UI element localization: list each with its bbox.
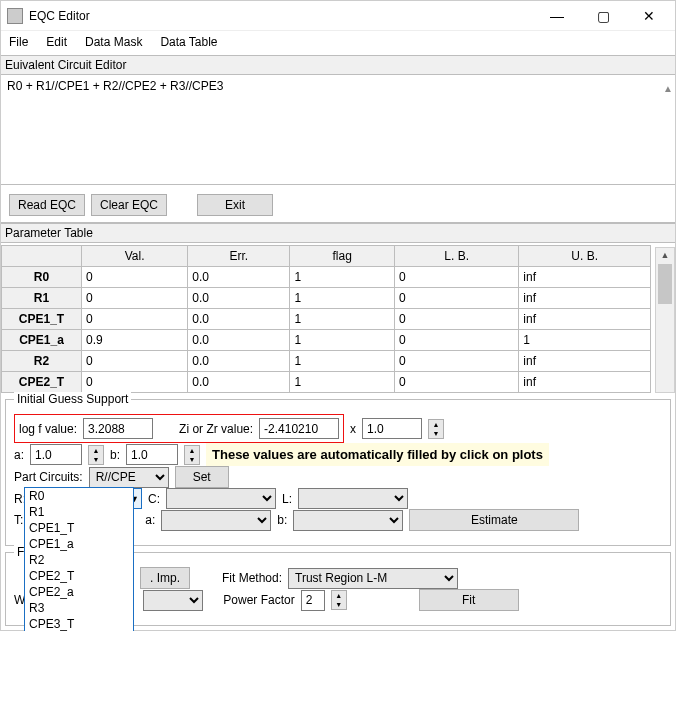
fitting-group: Fittin . Imp. Fit Method: Trust Region L…	[5, 552, 671, 626]
dropdown-option[interactable]: CPE1_a	[25, 536, 133, 552]
dropdown-option[interactable]: CPE1_T	[25, 520, 133, 536]
a-spinner[interactable]: ▲▼	[88, 445, 104, 465]
cell-flag[interactable]: 1	[290, 309, 395, 330]
set-button[interactable]: Set	[175, 466, 229, 488]
cell-lb[interactable]: 0	[395, 330, 519, 351]
cell-val[interactable]: 0	[82, 351, 188, 372]
power-factor-input[interactable]	[301, 590, 325, 611]
estimate-button[interactable]: Estimate	[409, 509, 579, 531]
col-lb: L. B.	[395, 246, 519, 267]
dropdown-option[interactable]: R2	[25, 552, 133, 568]
b-label: b:	[110, 448, 120, 462]
param-scrollbar[interactable]: ▲	[655, 247, 675, 393]
zizr-input[interactable]	[259, 418, 339, 439]
cell-flag[interactable]: 1	[290, 351, 395, 372]
fit-button[interactable]: Fit	[419, 589, 519, 611]
eqc-expression-input[interactable]: R0 + R1//CPE1 + R2//CPE2 + R3//CPE3	[1, 75, 675, 185]
scroll-up-icon[interactable]: ▲	[663, 83, 673, 94]
cell-lb[interactable]: 0	[395, 351, 519, 372]
dropdown-option[interactable]: R3	[25, 600, 133, 616]
menu-data-mask[interactable]: Data Mask	[85, 35, 142, 49]
table-row[interactable]: CPE1_a0.90.0101	[2, 330, 651, 351]
cell-ub[interactable]: inf	[519, 372, 651, 393]
cell-err[interactable]: 0.0	[188, 309, 290, 330]
cell-flag[interactable]: 1	[290, 330, 395, 351]
b-input[interactable]	[126, 444, 178, 465]
table-row[interactable]: CPE1_T00.010inf	[2, 309, 651, 330]
cell-val[interactable]: 0	[82, 309, 188, 330]
a2-select[interactable]	[161, 510, 271, 531]
menu-data-table[interactable]: Data Table	[160, 35, 217, 49]
menu-edit[interactable]: Edit	[46, 35, 67, 49]
b2-select[interactable]	[293, 510, 403, 531]
cell-val[interactable]: 0.9	[82, 330, 188, 351]
cell-flag[interactable]: 1	[290, 288, 395, 309]
x-spinner[interactable]: ▲▼	[428, 419, 444, 439]
param-section-label: Parameter Table	[1, 223, 675, 243]
cell-err[interactable]: 0.0	[188, 267, 290, 288]
col-ub: U. B.	[519, 246, 651, 267]
clear-eqc-button[interactable]: Clear EQC	[91, 194, 167, 216]
a-input[interactable]	[30, 444, 82, 465]
minimize-button[interactable]: —	[543, 5, 571, 27]
menu-file[interactable]: File	[9, 35, 28, 49]
fit-method-select[interactable]: Trust Region L-M	[288, 568, 458, 589]
scroll-thumb[interactable]	[658, 264, 672, 304]
w-select[interactable]	[143, 590, 203, 611]
table-row[interactable]: R100.010inf	[2, 288, 651, 309]
cell-val[interactable]: 0	[82, 267, 188, 288]
cell-val[interactable]: 0	[82, 372, 188, 393]
pf-spinner[interactable]: ▲▼	[331, 590, 347, 610]
cell-ub[interactable]: 1	[519, 330, 651, 351]
c-select[interactable]	[166, 488, 276, 509]
dropdown-option[interactable]: R1	[25, 504, 133, 520]
logf-label: log f value:	[19, 422, 77, 436]
b-spinner[interactable]: ▲▼	[184, 445, 200, 465]
x-input[interactable]	[362, 418, 422, 439]
col-flag: flag	[290, 246, 395, 267]
x-label: x	[350, 422, 356, 436]
part-circuits-select[interactable]: R//CPE	[89, 467, 169, 488]
cell-err[interactable]: 0.0	[188, 372, 290, 393]
l-select[interactable]	[298, 488, 408, 509]
cell-ub[interactable]: inf	[519, 267, 651, 288]
dropdown-option[interactable]: R0	[25, 488, 133, 504]
table-row[interactable]: CPE2_T00.010inf	[2, 372, 651, 393]
app-icon	[7, 8, 23, 24]
scroll-up-icon[interactable]: ▲	[656, 248, 674, 262]
cell-ub[interactable]: inf	[519, 351, 651, 372]
row-name: CPE1_T	[2, 309, 82, 330]
maximize-button[interactable]: ▢	[589, 5, 617, 27]
dropdown-option[interactable]: CPE3_T	[25, 616, 133, 631]
cell-ub[interactable]: inf	[519, 309, 651, 330]
col-err: Err.	[188, 246, 290, 267]
annotation-text: These values are automatically filled by…	[206, 443, 549, 466]
cell-val[interactable]: 0	[82, 288, 188, 309]
guess-group-title: Initial Guess Support	[14, 392, 131, 406]
c-label: C:	[148, 492, 160, 506]
a-label: a:	[14, 448, 24, 462]
cell-err[interactable]: 0.0	[188, 288, 290, 309]
cell-lb[interactable]: 0	[395, 288, 519, 309]
parameter-table: Val. Err. flag L. B. U. B. R000.010infR1…	[1, 245, 651, 393]
table-row[interactable]: R000.010inf	[2, 267, 651, 288]
cell-ub[interactable]: inf	[519, 288, 651, 309]
dropdown-option[interactable]: CPE2_a	[25, 584, 133, 600]
cell-flag[interactable]: 1	[290, 372, 395, 393]
r-select-dropdown[interactable]: R0R1CPE1_TCPE1_aR2CPE2_TCPE2_aR3CPE3_TCP…	[24, 487, 134, 631]
dropdown-option[interactable]: CPE2_T	[25, 568, 133, 584]
cell-err[interactable]: 0.0	[188, 330, 290, 351]
cell-lb[interactable]: 0	[395, 267, 519, 288]
exit-button[interactable]: Exit	[197, 194, 273, 216]
cell-flag[interactable]: 1	[290, 267, 395, 288]
imp-button[interactable]: . Imp.	[140, 567, 190, 589]
row-name: R1	[2, 288, 82, 309]
col-blank	[2, 246, 82, 267]
cell-lb[interactable]: 0	[395, 309, 519, 330]
cell-lb[interactable]: 0	[395, 372, 519, 393]
table-row[interactable]: R200.010inf	[2, 351, 651, 372]
close-button[interactable]: ✕	[635, 5, 663, 27]
read-eqc-button[interactable]: Read EQC	[9, 194, 85, 216]
logf-input[interactable]	[83, 418, 153, 439]
cell-err[interactable]: 0.0	[188, 351, 290, 372]
